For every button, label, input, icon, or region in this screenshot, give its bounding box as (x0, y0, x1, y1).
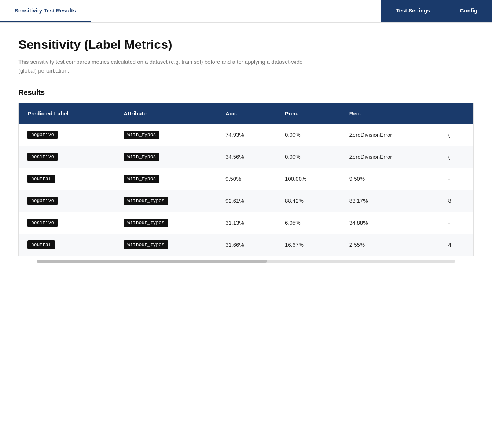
cell-extra: - (440, 212, 473, 234)
page-title: Sensitivity (Label Metrics) (18, 37, 474, 52)
cell-attribute: without_typos (115, 234, 217, 256)
cell-attribute: without_typos (115, 190, 217, 212)
table-header-row: Predicted Label Attribute Acc. Prec. Rec… (19, 103, 473, 124)
page-description: This sensitivity test compares metrics c… (18, 58, 319, 75)
cell-acc: 31.66% (217, 234, 276, 256)
results-table-wrapper: Predicted Label Attribute Acc. Prec. Rec… (18, 103, 474, 256)
predicted-label-badge: positive (27, 219, 58, 227)
cell-predicted-label: neutral (19, 234, 115, 256)
cell-rec: ZeroDivisionError (341, 146, 440, 168)
cell-extra: 4 (440, 234, 473, 256)
col-attribute: Attribute (115, 103, 217, 124)
cell-prec: 100.00% (276, 168, 341, 190)
cell-attribute: without_typos (115, 212, 217, 234)
cell-predicted-label: neutral (19, 168, 115, 190)
cell-prec: 88.42% (276, 190, 341, 212)
cell-predicted-label: positive (19, 212, 115, 234)
predicted-label-badge: negative (27, 197, 58, 205)
nav-test-settings[interactable]: Test Settings (381, 0, 445, 22)
predicted-label-badge: negative (27, 131, 58, 139)
col-acc: Acc. (217, 103, 276, 124)
table-row: positive with_typos 34.56% 0.00% ZeroDiv… (19, 146, 473, 168)
col-rec: Rec. (341, 103, 440, 124)
cell-prec: 0.00% (276, 124, 341, 146)
col-extra (440, 103, 473, 124)
cell-rec: ZeroDivisionError (341, 124, 440, 146)
attribute-badge: without_typos (124, 240, 168, 249)
attribute-badge: with_typos (124, 175, 159, 183)
attribute-badge: without_typos (124, 219, 168, 227)
predicted-label-badge: neutral (27, 240, 55, 249)
cell-extra: 8 (440, 190, 473, 212)
cell-rec: 2.55% (341, 234, 440, 256)
table-row: negative with_typos 74.93% 0.00% ZeroDiv… (19, 124, 473, 146)
cell-prec: 0.00% (276, 146, 341, 168)
cell-rec: 34.88% (341, 212, 440, 234)
attribute-badge: with_typos (124, 153, 159, 161)
col-prec: Prec. (276, 103, 341, 124)
cell-acc: 74.93% (217, 124, 276, 146)
table-row: neutral without_typos 31.66% 16.67% 2.55… (19, 234, 473, 256)
cell-rec: 9.50% (341, 168, 440, 190)
top-nav: Sensitivity Test Results Test Settings C… (0, 0, 492, 23)
col-predicted-label: Predicted Label (19, 103, 115, 124)
table-row: negative without_typos 92.61% 88.42% 83.… (19, 190, 473, 212)
cell-predicted-label: negative (19, 124, 115, 146)
cell-prec: 16.67% (276, 234, 341, 256)
app-container: Sensitivity Test Results Test Settings C… (0, 0, 492, 448)
nav-spacer (91, 0, 381, 22)
table-body: negative with_typos 74.93% 0.00% ZeroDiv… (19, 124, 473, 256)
cell-extra: - (440, 168, 473, 190)
predicted-label-badge: neutral (27, 175, 55, 183)
cell-acc: 31.13% (217, 212, 276, 234)
nav-sensitivity-results[interactable]: Sensitivity Test Results (0, 0, 91, 22)
table-row: positive without_typos 31.13% 6.05% 34.8… (19, 212, 473, 234)
cell-attribute: with_typos (115, 146, 217, 168)
scrollbar-thumb[interactable] (37, 260, 267, 263)
attribute-badge: without_typos (124, 197, 168, 205)
nav-config[interactable]: Config (445, 0, 492, 22)
results-heading: Results (18, 88, 474, 97)
cell-acc: 9.50% (217, 168, 276, 190)
main-content: Sensitivity (Label Metrics) This sensiti… (0, 23, 492, 278)
results-table: Predicted Label Attribute Acc. Prec. Rec… (19, 103, 473, 256)
cell-extra: ( (440, 124, 473, 146)
cell-attribute: with_typos (115, 168, 217, 190)
predicted-label-badge: positive (27, 153, 58, 161)
horizontal-scrollbar[interactable] (37, 260, 455, 263)
cell-predicted-label: positive (19, 146, 115, 168)
cell-prec: 6.05% (276, 212, 341, 234)
cell-extra: ( (440, 146, 473, 168)
cell-predicted-label: negative (19, 190, 115, 212)
attribute-badge: with_typos (124, 131, 159, 139)
cell-rec: 83.17% (341, 190, 440, 212)
cell-acc: 34.56% (217, 146, 276, 168)
cell-acc: 92.61% (217, 190, 276, 212)
table-row: neutral with_typos 9.50% 100.00% 9.50% - (19, 168, 473, 190)
cell-attribute: with_typos (115, 124, 217, 146)
